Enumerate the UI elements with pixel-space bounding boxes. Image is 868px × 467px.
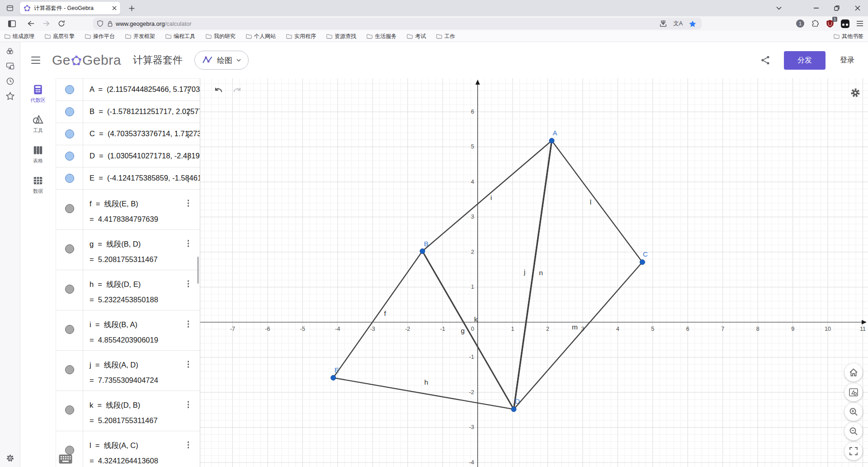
- back-icon[interactable]: [24, 18, 37, 29]
- bookmark-item[interactable]: 考试: [407, 33, 426, 40]
- segment-f[interactable]: [333, 251, 422, 378]
- app-menu-icon[interactable]: [31, 57, 40, 64]
- visibility-marble[interactable]: [65, 446, 74, 455]
- visibility-marble[interactable]: [65, 204, 74, 213]
- algebra-expression[interactable]: E = (-4.124175385859, -1.58461673: [83, 167, 200, 189]
- bookmark-item[interactable]: 操作平台: [85, 33, 115, 40]
- algebra-row-g[interactable]: g = 线段(B, D)= 5.2081755311467: [56, 230, 200, 270]
- share-icon[interactable]: [760, 55, 770, 65]
- segment-h[interactable]: [333, 378, 514, 410]
- history-clock-icon[interactable]: [4, 76, 16, 86]
- visibility-marble[interactable]: [65, 325, 74, 334]
- segment-n[interactable]: [514, 141, 552, 410]
- algebra-row-l[interactable]: l = 线段(A, C)= 4.3241264413608: [56, 431, 200, 467]
- sidebar-settings-gear-icon[interactable]: [4, 453, 16, 463]
- algebra-expression[interactable]: C = (4.7035373376714, 1.71273223: [83, 123, 200, 145]
- algebra-expression[interactable]: l = 线段(A, C)= 4.3241264413608: [83, 431, 200, 467]
- algebra-expression[interactable]: i = 线段(B, A)= 4.8554203906019: [83, 310, 200, 350]
- graph-plot[interactable]: -7-6-5-4-3-2-11234567891011-4-3-2-112345…: [200, 78, 868, 467]
- segment-l[interactable]: [552, 141, 642, 262]
- app-switcher[interactable]: 绘图: [194, 51, 249, 70]
- menu-hamburger-icon[interactable]: [856, 20, 863, 27]
- row-menu-kebab-icon[interactable]: [188, 280, 189, 287]
- algebra-expression[interactable]: k = 线段(D, B)= 5.2081755311467: [83, 391, 200, 431]
- bookmark-item[interactable]: 底层引擎: [45, 33, 75, 40]
- visibility-marble[interactable]: [65, 285, 74, 294]
- tracking-shield-icon[interactable]: [97, 20, 104, 27]
- visibility-marble[interactable]: [65, 129, 74, 138]
- reload-icon[interactable]: [55, 18, 68, 29]
- row-menu-kebab-icon[interactable]: [188, 200, 189, 207]
- bookmark-item[interactable]: 组成原理: [5, 33, 34, 40]
- tab-tools[interactable]: 工具: [20, 114, 56, 134]
- graphics-view[interactable]: -7-6-5-4-3-2-11234567891011-4-3-2-112345…: [200, 78, 868, 467]
- algebra-row-k[interactable]: k = 线段(D, B)= 5.2081755311467: [56, 391, 200, 431]
- ai-chat-icon[interactable]: [4, 46, 16, 57]
- point-B[interactable]: [420, 249, 425, 254]
- point-A[interactable]: [549, 138, 554, 143]
- url-bar[interactable]: www.geogebra.org/calculator 文A: [93, 18, 702, 29]
- algebra-row-h[interactable]: h = 线段(D, E)= 5.2322453850188: [56, 270, 200, 310]
- row-menu-kebab-icon[interactable]: [188, 320, 189, 328]
- zoom-in-button[interactable]: [844, 403, 863, 421]
- visibility-marble[interactable]: [65, 174, 74, 183]
- sidebar-toggle-icon[interactable]: [5, 18, 18, 29]
- algebra-row-E[interactable]: E = (-4.124175385859, -1.58461673: [56, 167, 200, 190]
- algebra-expression[interactable]: A = (2.1157444825466, 5.17703556: [83, 79, 200, 100]
- algebra-expression[interactable]: j = 线段(A, D)= 7.7355309404724: [83, 351, 200, 391]
- other-bookmarks[interactable]: 其他书签: [834, 33, 863, 40]
- login-button[interactable]: 登录: [840, 56, 854, 65]
- algebra-row-B[interactable]: B = (-1.5781211251717, 2.02577716: [56, 101, 200, 123]
- bookmark-star-icon[interactable]: [689, 20, 696, 27]
- tab-algebra[interactable]: 代数区: [20, 84, 56, 104]
- algebra-row-i[interactable]: i = 线段(B, A)= 4.8554203906019: [56, 310, 200, 351]
- container-badge[interactable]: 1: [796, 19, 804, 28]
- algebra-row-C[interactable]: C = (4.7035373376714, 1.71273223: [56, 123, 200, 145]
- algebra-expression[interactable]: h = 线段(D, E)= 5.2322453850188: [83, 270, 200, 310]
- row-menu-kebab-icon[interactable]: [188, 131, 189, 138]
- new-tab-button[interactable]: [126, 2, 137, 14]
- row-menu-kebab-icon[interactable]: [188, 361, 189, 368]
- algebra-row-A[interactable]: A = (2.1157444825466, 5.17703556: [56, 79, 200, 101]
- row-menu-kebab-icon[interactable]: [188, 109, 189, 116]
- undo-icon[interactable]: [212, 85, 225, 97]
- bookmark-item[interactable]: 开发框架: [125, 33, 155, 40]
- point-D[interactable]: [511, 407, 516, 412]
- close-button[interactable]: [847, 0, 868, 16]
- algebra-row-f[interactable]: f = 线段(E, B)= 4.4178384797639: [56, 190, 200, 230]
- panel-scrollbar[interactable]: [197, 257, 199, 284]
- tab-list-chevron-icon[interactable]: [769, 0, 789, 16]
- translate-icon[interactable]: 文A: [673, 20, 683, 28]
- visibility-marble[interactable]: [65, 244, 74, 253]
- tab-data[interactable]: 数据: [20, 175, 56, 195]
- bookmark-item[interactable]: 工作: [436, 33, 455, 40]
- point-C[interactable]: [640, 260, 645, 265]
- keyboard-toggle-icon[interactable]: [59, 454, 72, 466]
- algebra-expression[interactable]: g = 线段(B, D)= 5.2081755311467: [83, 230, 200, 270]
- algebra-expression[interactable]: B = (-1.5781211251717, 2.02577716: [83, 101, 200, 123]
- algebra-row-D[interactable]: D = (1.0305410271718, -2.4819965: [56, 145, 200, 167]
- fullscreen-button[interactable]: [844, 442, 863, 460]
- distribute-button[interactable]: 分发: [784, 51, 826, 70]
- visibility-marble[interactable]: [65, 365, 74, 374]
- redo-icon[interactable]: [231, 85, 244, 97]
- save-page-icon[interactable]: [660, 20, 667, 27]
- algebra-expression[interactable]: D = (1.0305410271718, -2.4819965: [83, 145, 200, 167]
- restore-button[interactable]: [826, 0, 847, 16]
- algebra-row-j[interactable]: j = 线段(A, D)= 7.7355309404724: [56, 351, 200, 391]
- row-menu-kebab-icon[interactable]: [188, 401, 189, 408]
- row-menu-kebab-icon[interactable]: [188, 240, 189, 247]
- visibility-marble[interactable]: [65, 85, 74, 94]
- bookmark-item[interactable]: 资源查找: [326, 33, 356, 40]
- bookmark-item[interactable]: 实用程序: [286, 33, 316, 40]
- algebra-expression[interactable]: f = 线段(E, B)= 4.4178384797639: [83, 190, 200, 229]
- lock-icon[interactable]: [107, 20, 113, 27]
- tab-close-icon[interactable]: [112, 6, 117, 10]
- zoom-out-button[interactable]: [844, 422, 863, 440]
- home-button[interactable]: [844, 363, 863, 381]
- extensions-puzzle-icon[interactable]: [811, 19, 819, 28]
- row-menu-kebab-icon[interactable]: [188, 153, 189, 160]
- tab-spreadsheet[interactable]: 表格: [20, 144, 56, 164]
- extension-icon[interactable]: [841, 19, 849, 28]
- bookmarks-star-icon[interactable]: [4, 91, 16, 101]
